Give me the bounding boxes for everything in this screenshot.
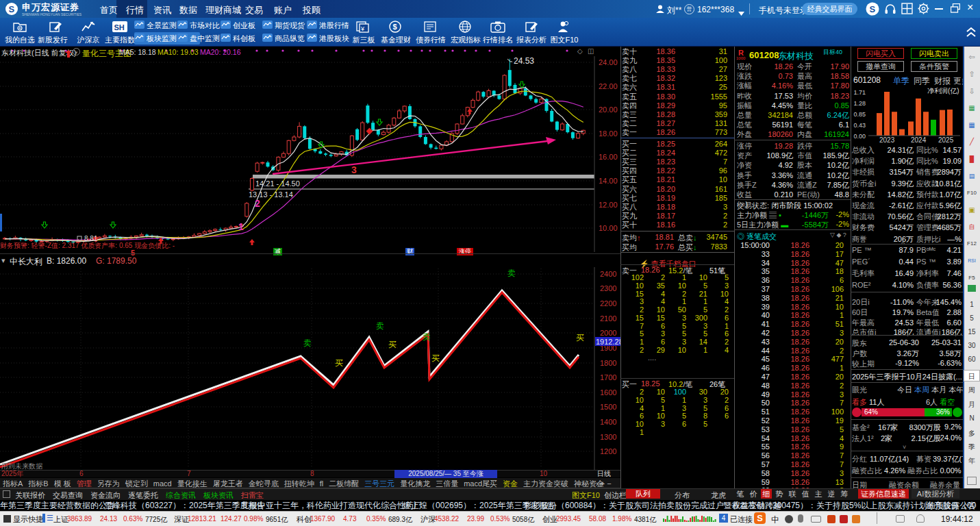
- svg-text:0.43: 0.43: [853, 122, 866, 129]
- svg-text:卖: 卖: [376, 321, 384, 331]
- svg-text:2024: 2024: [911, 136, 927, 144]
- svg-text:3: 3: [351, 164, 357, 175]
- svg-text:卖: 卖: [303, 338, 312, 348]
- svg-text:2100: 2100: [600, 314, 616, 323]
- svg-text:卖: 卖: [423, 332, 431, 342]
- svg-text:2000: 2000: [600, 329, 616, 337]
- svg-text:2: 2: [255, 198, 260, 209]
- svg-text:14.00: 14.00: [599, 177, 618, 185]
- svg-text:16.00: 16.00: [599, 153, 618, 161]
- svg-text:12.00: 12.00: [599, 201, 618, 209]
- svg-text:买: 买: [335, 358, 343, 368]
- svg-text:1.28: 1.28: [853, 100, 866, 107]
- svg-text:1600: 1600: [600, 388, 616, 397]
- svg-text:¥: ¥: [360, 25, 365, 32]
- svg-text:0.00: 0.00: [853, 133, 866, 140]
- svg-text:2023: 2023: [879, 136, 895, 144]
- svg-text:20.00: 20.00: [599, 105, 618, 114]
- svg-text:0.85: 0.85: [853, 111, 866, 118]
- svg-text:SH: SH: [114, 23, 125, 32]
- svg-text:2200: 2200: [600, 299, 616, 308]
- svg-text:1800: 1800: [600, 359, 616, 367]
- svg-text:14.21 - 14.50: 14.21 - 14.50: [255, 179, 300, 188]
- svg-text:1200: 1200: [600, 447, 616, 455]
- svg-text:用到未来数据: 用到未来数据: [1, 462, 43, 470]
- svg-text:2300: 2300: [600, 284, 616, 292]
- svg-text:净利润(亿): 净利润(亿): [927, 87, 959, 95]
- svg-text:买: 买: [388, 340, 397, 349]
- svg-text:2400: 2400: [600, 270, 616, 278]
- svg-text:18.00: 18.00: [599, 129, 618, 138]
- svg-text:买: 买: [576, 333, 584, 342]
- svg-text:买: 买: [431, 353, 440, 363]
- svg-text:1.71: 1.71: [853, 89, 866, 96]
- svg-text:22.00: 22.00: [599, 82, 618, 90]
- svg-text:1912.28: 1912.28: [596, 338, 620, 346]
- svg-text:10.00: 10.00: [599, 224, 618, 232]
- svg-text:1500: 1500: [600, 403, 616, 411]
- svg-text:24.00: 24.00: [599, 58, 618, 66]
- svg-text:S: S: [870, 4, 876, 14]
- svg-text:S: S: [9, 4, 15, 14]
- svg-text:1: 1: [238, 221, 244, 232]
- svg-text:卖: 卖: [507, 268, 516, 278]
- svg-text:2025: 2025: [938, 136, 954, 144]
- svg-text:$: $: [393, 23, 397, 31]
- svg-text:1300: 1300: [600, 433, 616, 441]
- svg-text:1700: 1700: [600, 373, 616, 381]
- svg-text:1400: 1400: [600, 418, 616, 426]
- svg-text:24.53: 24.53: [514, 56, 534, 66]
